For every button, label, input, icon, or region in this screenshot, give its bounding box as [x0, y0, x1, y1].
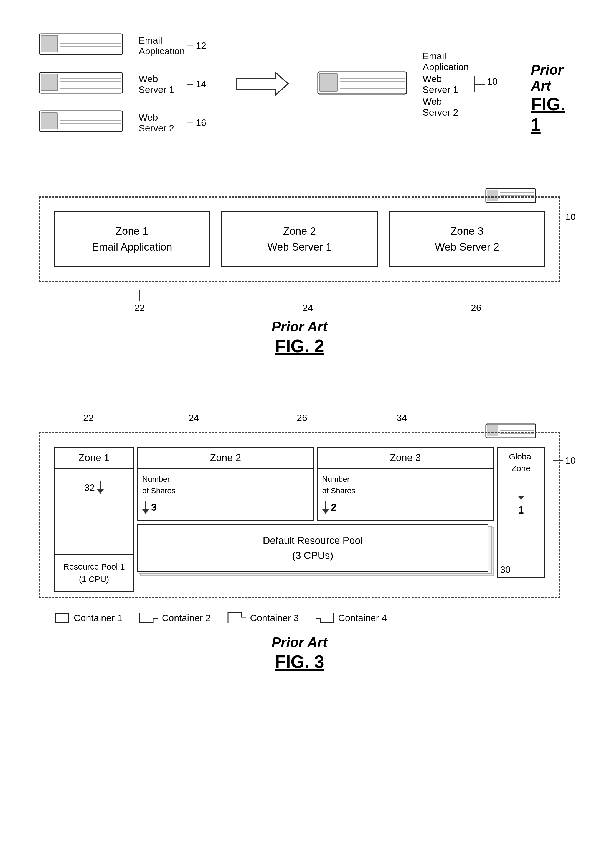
server-row-email: Email Application ─ 12: [39, 33, 206, 58]
arrow-shaft-gz: [521, 487, 521, 496]
zone2-arrow-down: [142, 501, 149, 514]
server-graphic-ws1: [39, 72, 133, 96]
fig3-zone23-col: Zone 2 Numberof Shares 3: [137, 447, 494, 578]
fig3-zone2-body: Numberof Shares 3: [138, 469, 313, 521]
svg-rect-1: [41, 36, 58, 52]
result-label-ws1: Web Server 1: [423, 74, 469, 95]
fig3-globalzone-val: 1: [518, 505, 524, 516]
c2-svg: [139, 612, 158, 623]
fig3-globalzone-col: GlobalZone 1: [497, 447, 545, 578]
legend-c3: Container 3: [227, 612, 299, 623]
fig3-ref-10-label: 10: [565, 455, 576, 466]
arrow-head-z2: [142, 509, 149, 514]
fig3-ref24: 24: [188, 412, 199, 423]
right-arrow-svg: [234, 70, 289, 98]
ws2-label: Web Server 2: [138, 112, 185, 134]
fig3-ref26: 26: [297, 412, 307, 423]
fig3-caption: Prior Art FIG. 3: [39, 634, 560, 672]
fig3-ref-10: 10: [552, 455, 576, 466]
fig2-ref-22: 22: [56, 290, 224, 313]
server-row-ws1: Web Server 1 ─ 14: [39, 72, 206, 96]
fig1-section: Email Application ─ 12: [22, 17, 577, 152]
arrow-head-z3: [322, 509, 329, 514]
email-app-label-row: Email Application ─ 12: [138, 35, 206, 57]
arrow-shaft-z3: [325, 501, 326, 509]
fig2-zone1: Zone 1 Zone 1 Email Application Email Ap…: [54, 212, 210, 267]
email-app-refnum: 12: [196, 40, 206, 51]
fig1-prior-art-label: Prior Art: [531, 62, 565, 94]
legend-c1-label: Container 1: [74, 613, 123, 623]
fig2-ref-10: 10: [552, 212, 576, 222]
fig3-zone2-box: Zone 2 Numberof Shares 3: [137, 447, 314, 521]
fig3-ref10-line: [552, 457, 563, 465]
fig2-ref-10-label: 10: [565, 212, 576, 222]
fig2-zone2-line1: Zone 2: [267, 223, 332, 239]
fig3-zone23-top: Zone 2 Numberof Shares 3: [137, 447, 494, 521]
fig3-ref32: 32: [84, 482, 95, 493]
fig2-container: 10 Zone 1 Zone 1 Email Application Email…: [39, 197, 560, 313]
email-app-ref: ─: [187, 41, 193, 50]
legend-c2-label: Container 2: [162, 613, 211, 623]
legend-c4-label: Container 4: [338, 613, 387, 623]
result-label-ws2: Web Server 2: [423, 96, 469, 118]
fig1-content: Email Application ─ 12: [39, 28, 560, 141]
container3-icon: [227, 612, 246, 623]
page: Email Application ─ 12: [0, 0, 599, 700]
fig3-top-refs: 22 24 26 34: [66, 412, 533, 432]
fig3-title: FIG. 3: [39, 652, 560, 672]
result-server-graphic: [317, 71, 417, 97]
fig3-default-pool-area: Default Resource Pool(3 CPUs) 30: [137, 524, 494, 578]
fig2-ref-arrow-svg: [552, 213, 563, 221]
arrow-head-z1: [97, 490, 104, 494]
svg-rect-13: [41, 113, 58, 129]
fig3-zone2-header: Zone 2: [138, 448, 313, 469]
fig2-zone2: Zone 2 Web Server 1: [221, 212, 378, 267]
server-svg-ws1: [39, 72, 133, 95]
fig3-globalzone-body: 1: [498, 478, 544, 577]
fig2-zones: Zone 1 Zone 1 Email Application Email Ap…: [54, 212, 545, 267]
fig3-zone1-arrow-row: 32: [84, 479, 104, 496]
ws2-label-row: Web Server 2 ─ 16: [138, 112, 206, 134]
server-graphic-ws2: [39, 110, 133, 135]
result-labels-col: Email Application Web Server 1 Web Serve…: [423, 51, 469, 118]
email-app-label: Email Application: [138, 35, 185, 57]
fig1-arrow: [234, 70, 289, 99]
container4-icon: [315, 612, 334, 623]
fig2-zone1-line1: Zone 1: [92, 223, 172, 239]
c3-svg: [227, 612, 246, 623]
fig2-zone2-app: Web Server 1: [267, 239, 332, 255]
fig3-zone1-header: Zone 1: [55, 448, 133, 469]
fig2-ref26-num: 26: [471, 302, 482, 313]
container2-icon: [139, 612, 158, 623]
ws1-refnum: 14: [196, 79, 206, 90]
fig2-zone2-title: Zone 2 Web Server 1: [267, 223, 332, 255]
zone1-arrow-down: [97, 481, 104, 494]
fig1-result: Email Application Web Server 1 Web Serve…: [317, 51, 498, 118]
fig2-ref24-num: 24: [303, 302, 313, 313]
svg-rect-20: [319, 74, 337, 92]
fig2-ref22-line: [139, 290, 140, 301]
fig2-zone3-app: Web Server 2: [435, 239, 499, 255]
fig3-zone3-header: Zone 3: [318, 448, 493, 469]
sep2: [39, 390, 560, 390]
server-svg-ws2: [39, 110, 133, 134]
fig3-zone2-shares-label: Numberof Shares: [142, 473, 309, 497]
fig2-zone3: Zone 3 Web Server 2: [389, 212, 545, 267]
legend-c3-label: Container 3: [250, 613, 299, 623]
svg-marker-18: [237, 73, 288, 95]
fig2-zone1-app: Email Application: [92, 239, 172, 255]
globalzone-arrow-down: [518, 487, 524, 500]
fig2-ref24-line: [307, 290, 309, 301]
fig3-section: 22 24 26 34: [22, 401, 577, 683]
fig3-zone2-shares-val: 3: [151, 502, 157, 513]
ws1-label-row: Web Server 1 ─ 14: [138, 74, 206, 95]
fig2-title: FIG. 2: [39, 336, 560, 356]
fig2-ref-24: 24: [224, 290, 392, 313]
result-label-email: Email Application: [423, 51, 469, 72]
fig1-servers: Email Application ─ 12: [39, 33, 206, 135]
fig3-zone3-body: Numberof Shares 2: [318, 469, 493, 521]
server-row-ws2: Web Server 2 ─ 16: [39, 110, 206, 135]
ws2-refnum: 16: [196, 117, 206, 128]
result-ref-line: [474, 76, 485, 93]
container1-icon: [56, 613, 69, 623]
